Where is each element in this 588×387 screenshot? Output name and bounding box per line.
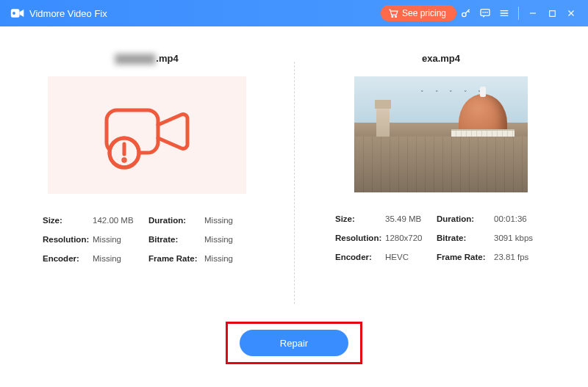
vertical-divider xyxy=(294,62,295,304)
sample-column: exa.mp4 ˅ ˅ ˅ ˅ ˅ Size: 35.49 MB Duratio… xyxy=(294,51,588,317)
titlebar-divider xyxy=(518,7,519,20)
cart-icon xyxy=(388,9,398,18)
value-size: 142.00 MB xyxy=(93,216,148,225)
footer: Repair xyxy=(0,317,588,364)
feedback-icon[interactable] xyxy=(476,3,495,23)
value-size: 35.49 MB xyxy=(385,214,437,223)
value-resolution: Missing xyxy=(93,235,148,244)
label-framerate: Frame Rate: xyxy=(148,254,204,263)
label-encoder: Encoder: xyxy=(43,254,93,263)
titlebar: Vidmore Video Fix See pricing xyxy=(0,0,588,26)
app-title: Vidmore Video Fix xyxy=(29,8,107,19)
sample-metadata: Size: 35.49 MB Duration: 00:01:36 Resolu… xyxy=(335,214,547,261)
broken-filename-obscured: ▇▇▇▇▇ xyxy=(115,53,156,64)
value-bitrate: 3091 kbps xyxy=(494,234,547,242)
broken-video-icon xyxy=(99,98,195,172)
app-logo-icon xyxy=(10,7,25,19)
svg-point-2 xyxy=(392,16,393,18)
sample-filename: exa.mp4 xyxy=(422,51,460,65)
value-framerate: 23.81 fps xyxy=(494,253,547,261)
svg-point-8 xyxy=(487,12,487,12)
svg-point-3 xyxy=(395,16,397,18)
maximize-button[interactable] xyxy=(542,3,562,23)
repair-button-label: Repair xyxy=(280,338,308,349)
svg-point-6 xyxy=(483,12,484,12)
label-bitrate: Bitrate: xyxy=(437,234,494,242)
label-size: Size: xyxy=(43,216,93,225)
key-icon[interactable] xyxy=(456,3,476,23)
value-bitrate: Missing xyxy=(204,235,256,244)
broken-metadata: Size: 142.00 MB Duration: Missing Resolu… xyxy=(43,216,256,263)
broken-filename-ext: .mp4 xyxy=(156,53,178,64)
value-resolution: 1280x720 xyxy=(385,234,437,242)
label-resolution: Resolution: xyxy=(335,234,385,242)
see-pricing-button[interactable]: See pricing xyxy=(381,5,456,21)
label-size: Size: xyxy=(335,214,385,223)
see-pricing-label: See pricing xyxy=(402,8,446,18)
value-duration: Missing xyxy=(204,216,256,225)
value-framerate: Missing xyxy=(204,254,256,263)
label-bitrate: Bitrate: xyxy=(148,235,204,244)
label-duration: Duration: xyxy=(148,216,204,225)
label-encoder: Encoder: xyxy=(335,253,385,261)
close-button[interactable] xyxy=(562,3,581,23)
menu-icon[interactable] xyxy=(495,3,514,23)
app-logo: Vidmore Video Fix xyxy=(10,7,107,19)
repair-button[interactable]: Repair xyxy=(240,330,348,356)
value-duration: 00:01:36 xyxy=(494,214,547,223)
svg-point-1 xyxy=(12,12,15,15)
broken-column: ▇▇▇▇▇.mp4 Size: 142.00 MB Duration: Miss… xyxy=(0,51,294,317)
label-resolution: Resolution: xyxy=(43,235,93,244)
svg-point-4 xyxy=(462,12,466,16)
sample-thumbnail: ˅ ˅ ˅ ˅ ˅ xyxy=(354,76,528,192)
svg-point-7 xyxy=(485,12,486,12)
broken-thumbnail xyxy=(48,76,246,194)
svg-point-14 xyxy=(123,159,125,161)
repair-highlight-box: Repair xyxy=(226,322,362,364)
minimize-button[interactable] xyxy=(523,3,542,23)
label-duration: Duration: xyxy=(437,214,494,223)
broken-filename: ▇▇▇▇▇.mp4 xyxy=(115,51,178,65)
label-framerate: Frame Rate: xyxy=(437,253,494,261)
value-encoder: HEVC xyxy=(385,253,437,261)
value-encoder: Missing xyxy=(93,254,148,263)
svg-rect-9 xyxy=(549,10,555,16)
compare-panel: ▇▇▇▇▇.mp4 Size: 142.00 MB Duration: Miss… xyxy=(0,26,588,317)
